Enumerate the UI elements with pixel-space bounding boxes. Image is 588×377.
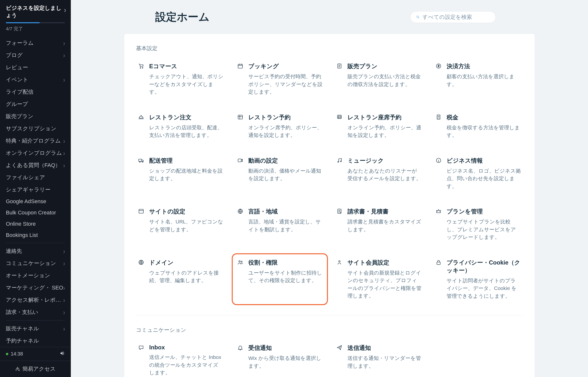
seat-icon	[336, 114, 343, 120]
card-body: 役割・権限ユーザーをサイト制作に招待して、その権限を設定します。	[248, 259, 322, 300]
settings-card[interactable]: ブッキングサービス予約の受付時間、予約ポリシー、リマンダーなどを設定します。	[235, 60, 324, 98]
card-desc: 税金を徴収する方法を管理します。	[447, 124, 521, 139]
settings-card[interactable]: 決済方法顧客の支払い方法を選択します。	[433, 60, 523, 98]
sidebar-item[interactable]: フォーラム›	[0, 37, 71, 49]
card-desc: あなたとあなたのリスナーが受信するメールを設定します。	[347, 167, 422, 182]
settings-card[interactable]: 役割・権限ユーザーをサイト制作に招待して、その権限を設定します。	[235, 257, 324, 302]
card-body: 決済方法顧客の支払い方法を選択します。	[447, 62, 521, 96]
card-body: 送信通知送信する通知・リマンダーを管理します。	[347, 344, 422, 377]
chevron-right-icon: ›	[63, 325, 65, 332]
settings-card[interactable]: サイトの設定サイト名、URL、ファビコンなどを管理します。	[136, 206, 225, 243]
svg-rect-13	[238, 159, 241, 162]
settings-card[interactable]: ビジネス情報ビジネス名、ロゴ、ビジネス拠点、問い合わせ先を設定します。	[433, 155, 523, 192]
sidebar-item[interactable]: 販売チャネル›	[0, 322, 71, 335]
card-desc: サイト訪問者がサイトのプライバシー、データ、Cookie を管理できるようにしま…	[447, 277, 521, 300]
settings-card[interactable]: プランを管理ウェブサイトプランを比較し、プレミアムサービスをアップグレードします…	[433, 206, 523, 243]
settings-card[interactable]: 配送管理ショップの配送地域と料金を設定します。	[136, 155, 225, 192]
card-title: Inbox	[149, 344, 223, 351]
sidebar-item-label: Online Store	[6, 221, 36, 227]
settings-card[interactable]: 税金税金を徴収する方法を管理します。	[433, 111, 523, 141]
sidebar-item[interactable]: オートメーション	[0, 270, 71, 282]
search-box[interactable]	[410, 11, 496, 23]
settings-card[interactable]: レストラン座席予約オンライン予約、ポリシー、通知を設定します。	[334, 111, 424, 141]
card-body: ブッキングサービス予約の受付時間、予約ポリシー、リマンダーなどを設定します。	[248, 62, 322, 96]
svg-point-3	[142, 68, 143, 69]
sidebar-item[interactable]: 予約チャネル	[0, 335, 71, 347]
sidebar-item[interactable]: レビュー	[0, 61, 71, 74]
sidebar-item[interactable]: サブスクリプション	[0, 122, 71, 135]
sidebar-item[interactable]: ライブ配信	[0, 86, 71, 98]
settings-card[interactable]: ミュージックあなたとあなたのリスナーが受信するメールを設定します。	[334, 155, 424, 192]
settings-card[interactable]: レストラン予約オンライン席予約、ポリシー、通知を設定します。	[235, 111, 324, 141]
sidebar-item-label: シェアギャラリー	[6, 186, 51, 193]
sidebar-item-label: ライブ配信	[6, 88, 33, 95]
card-desc: 販売プランの支払い方法と税金の徴収方法を設定します。	[347, 73, 422, 88]
settings-card[interactable]: 言語・地域言語、地域・通貨を設定し、サイトを翻訳します。	[235, 206, 324, 243]
card-body: ビジネス情報ビジネス名、ロゴ、ビジネス拠点、問い合わせ先を設定します。	[447, 157, 521, 190]
settings-card[interactable]: 請求書・見積書請求書と見積書をカスタマイズします。	[334, 206, 424, 243]
sidebar-item[interactable]: 特典・紹介プログラム›	[0, 135, 71, 147]
settings-card[interactable]: ドメインウェブサイトのアドレスを接続、管理、編集します。	[136, 257, 225, 302]
sidebar-item[interactable]: グループ	[0, 98, 71, 110]
sidebar-item[interactable]: 販売プラン	[0, 110, 71, 122]
sidebar-item[interactable]: マーケティング・ SEO›	[0, 282, 71, 294]
sidebar-item-label: 予約チャネル	[6, 337, 39, 344]
sidebar-item[interactable]: オンラインプログラム›	[0, 147, 71, 159]
sidebar-item-label: 連絡先	[6, 247, 22, 255]
settings-card[interactable]: Inbox送信メール、チャットと Inbox の統合ツールをカスタマイズします。	[136, 342, 225, 377]
sidebar-item[interactable]: イベント›	[0, 74, 71, 86]
settings-card[interactable]: 受信通知Wix から受け取る通知を選択します。	[235, 342, 324, 377]
sidebar-item[interactable]: 請求・支払い›	[0, 306, 71, 318]
card-desc: ユーザーをサイト制作に招待して、その権限を設定します。	[248, 269, 322, 284]
sidebar-item[interactable]: Bookings List	[0, 230, 71, 241]
sidebar-item[interactable]: Online Store	[0, 218, 71, 230]
setup-banner[interactable]: ビジネスを設定しましょう › 4/7 完了	[0, 0, 71, 35]
sidebar-scroll[interactable]: フォーラム›ブログ›レビューイベント›ライブ配信グループ販売プランサブスクリプシ…	[0, 35, 71, 347]
send-icon	[336, 344, 343, 351]
settings-card[interactable]: 送信通知送信する通知・リマンダーを管理します。	[334, 342, 424, 377]
card-desc: 送信する通知・リマンダーを管理します。	[347, 354, 422, 370]
sidebar-item[interactable]: よくある質問（FAQ）›	[0, 159, 71, 171]
card-desc: サイト会員の新規登録とログインのセキュリティ、プロフィールのプライバシーと権限を…	[347, 269, 422, 300]
card-title: 言語・地域	[248, 208, 322, 215]
cart-icon	[138, 63, 144, 69]
svg-rect-4	[238, 64, 243, 68]
settings-card[interactable]: サイト会員設定サイト会員の新規登録とログインのセキュリティ、プロフィールのプライ…	[334, 257, 424, 302]
card-title: サイトの設定	[149, 208, 223, 215]
card-title: 税金	[447, 113, 521, 121]
card-body: 請求書・見積書請求書と見積書をカスタマイズします。	[347, 208, 422, 241]
sidebar-item-label: アクセス解析・レポート	[6, 296, 63, 304]
truck-icon	[138, 157, 144, 164]
chevron-right-icon: ›	[63, 39, 65, 47]
sidebar-item[interactable]: ブログ›	[0, 49, 71, 61]
quick-access-button[interactable]: 簡易アクセス	[0, 361, 71, 377]
svg-line-1	[418, 17, 419, 18]
sidebar-item-label: ブログ	[6, 52, 23, 59]
sidebar-item[interactable]: アクセス解析・レポート›	[0, 294, 71, 306]
card-title: 請求書・見積書	[347, 208, 422, 215]
card-body: 言語・地域言語、地域・通貨を設定し、サイトを翻訳します。	[248, 208, 322, 241]
sidebar-item-label: 請求・支払い	[6, 308, 38, 316]
section-divider	[136, 315, 523, 316]
speaker-icon[interactable]	[60, 351, 65, 357]
sidebar-item[interactable]: シェアギャラリー	[0, 184, 71, 196]
chevron-right-icon: ›	[63, 247, 65, 255]
settings-card[interactable]: レストラン注文レストランの店頭受取、配達、支払い方法を管理します。	[136, 111, 225, 141]
sidebar-item-label: レビュー	[6, 64, 28, 71]
settings-card[interactable]: プライバシー・Cookie（クッキー）サイト訪問者がサイトのプライバシー、データ…	[433, 257, 523, 302]
card-desc: 請求書と見積書をカスタマイズします。	[347, 218, 422, 233]
card-body: 受信通知Wix から受け取る通知を選択します。	[248, 344, 322, 377]
settings-card[interactable]: Eコマースチェックアウト、通知、ポリシーなどをカスタマイズします。	[136, 60, 225, 98]
sidebar-item[interactable]: コミュニケーション›	[0, 257, 71, 270]
sidebar-item[interactable]: Bulk Coupon Creator	[0, 207, 71, 218]
settings-card[interactable]: 動画の設定動画の決済、価格やメール通知を設定します。	[235, 155, 324, 192]
sidebar-item[interactable]: ファイルシェア	[0, 171, 71, 184]
card-title: ブッキング	[248, 62, 322, 70]
settings-card[interactable]: 販売プラン販売プランの支払い方法と税金の徴収方法を設定します。	[334, 60, 424, 98]
sidebar-item[interactable]: Google AdSense	[0, 196, 71, 207]
chevron-right-icon: ›	[63, 161, 65, 169]
search-input[interactable]	[422, 14, 490, 20]
card-desc: ウェブサイトプランを比較し、プレミアムサービスをアップグレードします。	[447, 218, 521, 241]
sidebar-item[interactable]: 連絡先›	[0, 245, 71, 257]
app-root: ビジネスを設定しましょう › 4/7 完了 フォーラム›ブログ›レビューイベント…	[0, 0, 588, 377]
